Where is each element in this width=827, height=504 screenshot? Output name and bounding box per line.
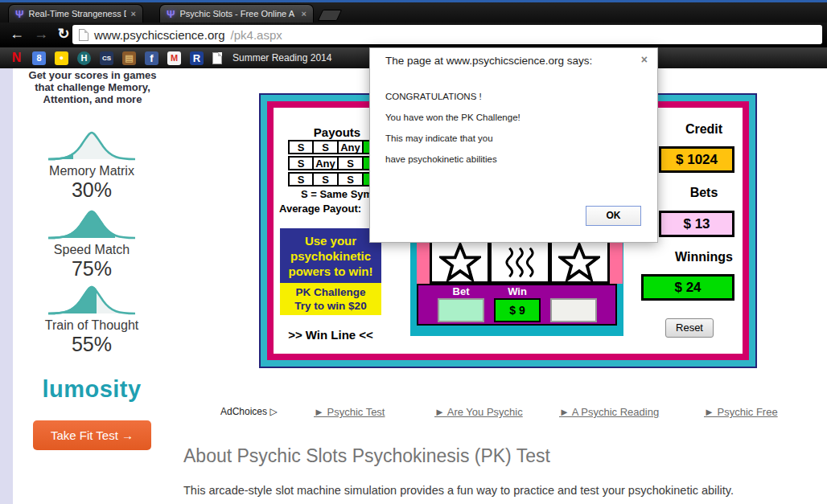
back-button[interactable]: ← (6, 24, 27, 44)
close-icon[interactable]: × (131, 9, 136, 18)
adchoices-link[interactable]: AdChoices ▷ (220, 406, 278, 417)
game-percent: 75% (40, 257, 143, 281)
ad-headline: Get your scores in games that challenge … (23, 69, 163, 105)
game-percent: 30% (40, 178, 143, 202)
bet-win-panel: Bet Win $ 9 (417, 284, 617, 326)
dialog-line: You have won the PK Challenge! (385, 113, 520, 122)
bell-curve-chart (45, 129, 138, 162)
pk-challenge-banner: PK Challenge Try to win $20 (280, 283, 381, 315)
take-fit-test-button[interactable]: Take Fit Test → (33, 420, 151, 450)
bell-curve-chart (45, 207, 138, 241)
browser-toolbar: ← → ↻ www.psychicscience.org/pk4.aspx (0, 23, 827, 47)
about-heading: About Psychic Slots Psychokinesis (PK) T… (183, 445, 550, 467)
dialog-line: This may indicate that you (385, 133, 493, 143)
speed-match-stat: Speed Match 75% (40, 207, 143, 281)
bookmark-summer-reading[interactable]: Summer Reading 2014 (232, 52, 331, 64)
reset-button[interactable]: Reset (665, 318, 714, 338)
psi-icon: Ψ (15, 8, 24, 20)
tab-realtime-strangeness[interactable]: Ψ Real-Time Strangeness Dete × (8, 4, 143, 23)
reel-star-symbol (430, 240, 490, 284)
google-bookmark-icon[interactable]: 8 (32, 51, 46, 65)
link-a-psychic-reading[interactable]: ► A Psychic Reading (559, 406, 659, 418)
game-name: Train of Thought (40, 318, 143, 333)
lightbulb-bookmark-icon[interactable]: ● (55, 51, 68, 65)
netflix-bookmark-icon[interactable]: N (10, 51, 23, 65)
close-icon[interactable]: × (302, 9, 307, 18)
win-amount: $ 9 (494, 298, 541, 322)
train-of-thought-stat: Train of Thought 55% (40, 283, 143, 356)
winnings-label: Winnings (623, 250, 784, 264)
adchoices-icon: ▷ (269, 406, 277, 417)
link-psychic-free[interactable]: ► Psychic Free (704, 406, 778, 418)
link-are-you-psychic[interactable]: ► Are You Psychic (434, 406, 523, 418)
dialog-line: CONGRATULATIONS ! (385, 92, 482, 101)
h-bookmark-icon[interactable]: H (77, 51, 91, 65)
reel-waves-symbol (490, 240, 549, 284)
ok-button[interactable]: OK (586, 206, 641, 226)
close-icon[interactable]: × (641, 53, 648, 66)
browser-window: Ψ Real-Time Strangeness Dete × Ψ Psychic… (0, 0, 827, 504)
reload-button[interactable]: ↻ (53, 24, 74, 44)
lumosity-logo: lumosity (16, 376, 167, 403)
tab-bar: Ψ Real-Time Strangeness Dete × Ψ Psychic… (0, 2, 827, 23)
about-paragraph: This arcade-style slot machine simulatio… (183, 484, 819, 497)
credit-value: $ 1024 (659, 146, 734, 173)
psychokinetic-promo: Use your psychokinetic powers to win! (280, 228, 381, 283)
spin-box[interactable] (550, 298, 597, 322)
page-icon (212, 52, 222, 64)
reel-star-symbol (550, 240, 610, 284)
chest-bookmark-icon[interactable]: ▤ (122, 51, 136, 65)
dialog-title: The page at www.psychicscience.org says: (385, 55, 592, 67)
psi-icon: Ψ (167, 8, 175, 20)
new-tab-button[interactable] (318, 10, 343, 21)
game-percent: 55% (40, 333, 143, 356)
slot-machine: Bet Win $ 9 (410, 240, 623, 336)
game-name: Speed Match (40, 243, 143, 257)
bet-label: Bet (434, 285, 488, 297)
link-psychic-test[interactable]: ► Psychic Test (314, 406, 385, 418)
slot-side-strip (610, 241, 623, 284)
page-left-margin (0, 68, 13, 504)
slot-reels (430, 240, 610, 284)
r-bookmark-icon[interactable]: R (190, 51, 204, 65)
memory-matrix-stat: Memory Matrix 30% (40, 129, 143, 202)
win-label: Win (491, 285, 544, 297)
win-line-label: >> Win Line << (280, 328, 381, 342)
slot-side-strip (417, 241, 430, 284)
javascript-alert-dialog: The page at www.psychicscience.org says:… (369, 47, 658, 243)
cs-bookmark-icon[interactable]: CS (100, 51, 113, 65)
average-payout-note: Average Payout: (279, 203, 361, 215)
bet-input[interactable] (438, 298, 484, 322)
url-host: www.psychicscience.org (94, 28, 225, 42)
forward-button[interactable]: → (31, 24, 51, 44)
gmail-bookmark-icon[interactable]: M (167, 51, 181, 65)
game-name: Memory Matrix (40, 164, 143, 178)
bell-curve-chart (45, 283, 138, 317)
facebook-bookmark-icon[interactable]: f (145, 51, 158, 65)
tab-psychic-slots[interactable]: Ψ Psychic Slots - Free Online A × (159, 4, 314, 23)
url-path: /pk4.aspx (231, 28, 282, 42)
bets-value: $ 13 (659, 211, 734, 237)
url-bar[interactable]: www.psychicscience.org/pk4.aspx (72, 25, 822, 44)
page-icon (79, 29, 88, 41)
winnings-value: $ 24 (641, 274, 734, 301)
tab-title: Real-Time Strangeness Dete (29, 9, 126, 18)
dialog-line: have psychokinetic abilities (385, 154, 497, 164)
tab-title: Psychic Slots - Free Online A (180, 9, 297, 18)
